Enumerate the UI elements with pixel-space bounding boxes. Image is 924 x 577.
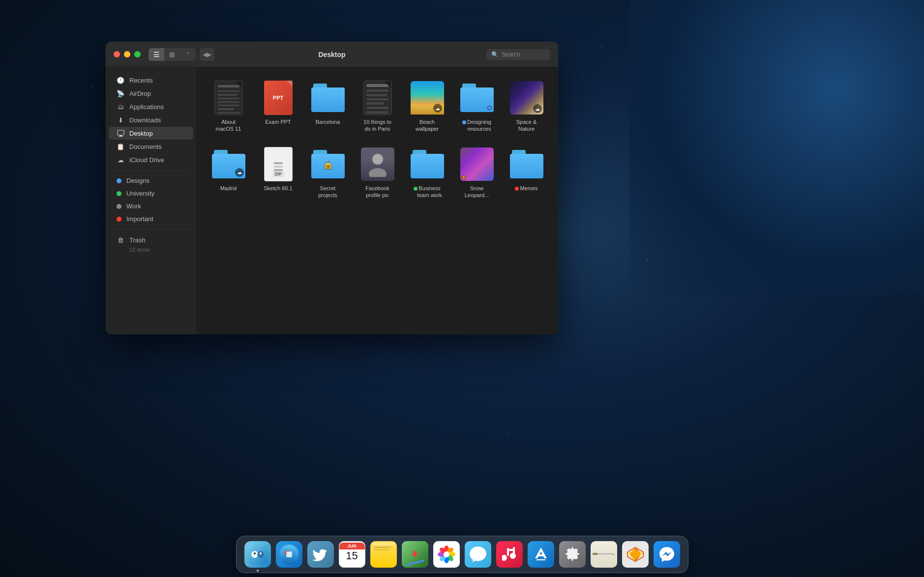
sidebar-item-recents[interactable]: 🕐 Recents	[109, 74, 193, 87]
dock-item-twitter[interactable]	[306, 540, 335, 569]
sidebar-item-label: Work	[126, 202, 141, 210]
sidebar-item-downloads[interactable]: ⬇ Downloads	[109, 114, 193, 126]
maximize-button[interactable]	[134, 51, 141, 58]
sidebar-item-trash[interactable]: 🗑 Trash 12 items	[109, 233, 193, 255]
dock-item-messages[interactable]	[464, 540, 492, 569]
search-icon: 🔍	[491, 51, 499, 58]
file-item-designing[interactable]: Designingresources	[455, 77, 499, 136]
view-options-button[interactable]: ⌃	[180, 48, 196, 61]
svg-rect-2	[119, 136, 123, 137]
sidebar-item-label: University	[126, 190, 154, 197]
file-item-business[interactable]: Businessteam work	[405, 144, 449, 202]
file-item-beach[interactable]: ☁ Beachwallpaper	[405, 77, 449, 136]
svg-point-25	[444, 551, 449, 557]
file-item-about-macos[interactable]: AboutmacOS 11	[207, 77, 250, 136]
file-item-sketch[interactable]: ZIP Sketch 60.1	[256, 144, 300, 202]
minimize-button[interactable]	[124, 51, 130, 58]
applications-icon: 🗂	[117, 103, 124, 111]
file-row-2: ☁ Madrid ZIP	[207, 144, 548, 202]
barcelona-icon	[310, 80, 346, 115]
sidebar-item-label: Designs	[126, 177, 149, 184]
sidebar-item-label: Recents	[129, 77, 153, 84]
dock-item-notefile[interactable]	[590, 540, 618, 569]
dock-item-photos[interactable]	[432, 540, 461, 569]
svg-rect-0	[118, 130, 124, 135]
back-forward-button[interactable]: ◀▶	[200, 48, 214, 61]
view-toggle-group: ☰ ⊞ ⌃	[149, 48, 196, 61]
grid-view-button[interactable]: ⊞	[164, 48, 180, 61]
airdrop-icon: 📡	[117, 89, 124, 97]
file-label: SnowLeopard...	[465, 185, 489, 199]
memes-icon	[509, 146, 544, 182]
sidebar-item-label: Desktop	[129, 130, 153, 137]
tags-section: Designs University Work Important	[106, 174, 196, 225]
downloads-icon: ⬇	[117, 116, 124, 124]
file-item-space[interactable]: ☁ Space &Nature	[505, 77, 548, 136]
about-macos-icon	[211, 80, 246, 115]
file-label: Madrid	[220, 185, 237, 192]
sidebar-item-university[interactable]: University	[109, 187, 193, 200]
sidebar-item-designs[interactable]: Designs	[109, 174, 193, 187]
svg-rect-28	[507, 549, 515, 551]
space-icon: ☁	[509, 80, 544, 115]
search-input[interactable]	[502, 51, 541, 58]
file-label: 10 things todo in Paris	[363, 118, 391, 133]
file-label: Sketch 60.1	[264, 185, 292, 192]
close-button[interactable]	[114, 51, 120, 58]
window-title: Desktop	[318, 51, 345, 58]
sidebar-item-desktop[interactable]: Desktop	[109, 127, 193, 140]
dock-item-messenger[interactable]	[653, 540, 681, 569]
sidebar-item-label: iCloud Drive	[129, 156, 164, 164]
file-grid: AboutmacOS 11 PPT Exam PPT	[197, 67, 558, 334]
file-label: Beachwallpaper	[416, 118, 439, 133]
file-item-facebook[interactable]: Facebookprofile pic	[356, 144, 399, 202]
file-item-barcelona[interactable]: Barcelona	[306, 77, 350, 136]
file-item-10-things[interactable]: 10 things todo in Paris	[356, 77, 399, 136]
svg-point-8	[254, 552, 256, 554]
10-things-icon	[360, 80, 395, 115]
dock-active-indicator	[257, 570, 259, 572]
facebook-icon	[360, 146, 395, 182]
svg-rect-1	[119, 135, 122, 136]
dock-item-sketch[interactable]	[621, 540, 650, 569]
sidebar-item-label: Downloads	[129, 116, 161, 124]
dock-item-system-prefs[interactable]	[558, 540, 587, 569]
documents-icon: 📋	[117, 143, 124, 150]
svg-point-3	[372, 154, 383, 165]
file-item-secret[interactable]: 🔒 Secretprojects	[306, 144, 350, 202]
search-field[interactable]: 🔍	[486, 49, 550, 60]
recents-icon: 🕐	[117, 76, 124, 84]
dock-item-safari[interactable]	[275, 540, 303, 569]
dock-item-appstore[interactable]	[527, 540, 555, 569]
sidebar-item-airdrop[interactable]: 📡 AirDrop	[109, 87, 193, 100]
sidebar-item-work[interactable]: Work	[109, 200, 193, 212]
madrid-icon: ☁	[211, 146, 246, 182]
desktop-icon	[117, 129, 124, 137]
beach-icon: ☁	[410, 80, 445, 115]
secret-icon: 🔒	[310, 146, 346, 182]
dock-item-maps[interactable]	[401, 540, 429, 569]
file-item-memes[interactable]: Memes	[505, 144, 548, 202]
finder-body: 🕐 Recents 📡 AirDrop 🗂 Applications ⬇ Dow…	[106, 67, 558, 334]
sidebar-item-important[interactable]: Important	[109, 213, 193, 225]
svg-point-4	[369, 168, 387, 177]
icloud-icon: ☁	[117, 156, 124, 164]
title-bar: ☰ ⊞ ⌃ ◀▶ Desktop 🔍	[106, 42, 558, 67]
file-label: AboutmacOS 11	[216, 118, 241, 133]
file-item-exam-ppt[interactable]: PPT Exam PPT	[256, 77, 300, 136]
list-view-button[interactable]: ☰	[149, 48, 164, 61]
dock-item-music[interactable]	[495, 540, 524, 569]
sidebar-item-icloud[interactable]: ☁ iCloud Drive	[109, 153, 193, 166]
file-item-madrid[interactable]: ☁ Madrid	[207, 144, 250, 202]
dock-item-notes[interactable]	[369, 540, 398, 569]
sidebar-item-applications[interactable]: 🗂 Applications	[109, 100, 193, 113]
file-item-snow[interactable]: SnowLeopard...	[455, 144, 499, 202]
work-dot	[117, 204, 121, 209]
dock-item-finder[interactable]	[243, 540, 272, 569]
sketch-icon: ZIP	[261, 146, 296, 182]
trash-label: Trash	[129, 236, 146, 244]
file-label: Barcelona	[316, 118, 340, 125]
sidebar-item-documents[interactable]: 📋 Documents	[109, 140, 193, 153]
dock-item-calendar[interactable]: JUN 15	[338, 540, 366, 569]
exam-ppt-icon: PPT	[261, 80, 296, 115]
